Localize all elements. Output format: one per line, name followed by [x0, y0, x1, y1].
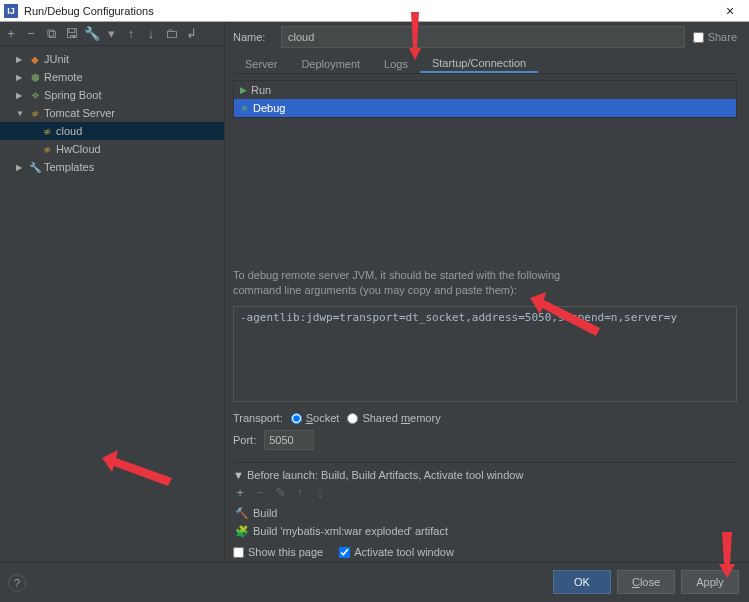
command-arguments-box[interactable]: -agentlib:jdwp=transport=dt_socket,addre… [233, 306, 737, 402]
bug-icon: ☀ [240, 103, 249, 114]
activate-tool-window-checkbox[interactable]: Activate tool window [339, 546, 454, 558]
before-remove-button[interactable]: − [253, 485, 267, 500]
save-button[interactable]: 🖫 [64, 26, 78, 41]
remove-button[interactable]: − [24, 26, 38, 41]
play-icon: ▶ [240, 85, 247, 95]
main-panel: Name: Share Server Deployment Logs Start… [225, 22, 749, 562]
close-icon[interactable]: × [715, 3, 745, 19]
add-button[interactable]: + [4, 26, 18, 41]
close-button[interactable]: Close [617, 570, 675, 594]
tree-hwcloud[interactable]: ≉HwCloud [0, 140, 224, 158]
window-title: Run/Debug Configurations [24, 5, 715, 17]
tree-templates[interactable]: ▶🔧Templates [0, 158, 224, 176]
show-this-page-checkbox[interactable]: Show this page [233, 546, 323, 558]
tree-spring-boot[interactable]: ▶❖Spring Boot [0, 86, 224, 104]
before-add-button[interactable]: + [233, 485, 247, 500]
copy-button[interactable]: ⧉ [44, 26, 58, 42]
wrench-icon[interactable]: 🔧 [84, 26, 98, 41]
radio-shared-memory[interactable]: Shared memory [347, 412, 440, 424]
share-checkbox[interactable]: Share [693, 31, 737, 43]
tree-tomcat[interactable]: ▼≉Tomcat Server [0, 104, 224, 122]
radio-socket[interactable]: Socket [291, 412, 340, 424]
port-label: Port: [233, 434, 256, 446]
tree-remote[interactable]: ▶⬢Remote [0, 68, 224, 86]
tabs: Server Deployment Logs Startup/Connectio… [233, 54, 737, 74]
tab-logs[interactable]: Logs [372, 54, 420, 73]
before-down-button[interactable]: ↓ [313, 485, 327, 500]
before-launch: ▼ Before launch: Build, Build Artifacts,… [233, 462, 737, 558]
before-launch-header[interactable]: ▼ Before launch: Build, Build Artifacts,… [233, 469, 737, 481]
name-label: Name: [233, 31, 273, 43]
sidebar: + − ⧉ 🖫 🔧 ▾ ↑ ↓ 🗀 ↲ ▶◆JUnit ▶⬢Remote ▶❖S… [0, 22, 225, 562]
tree-junit[interactable]: ▶◆JUnit [0, 50, 224, 68]
titlebar: IJ Run/Debug Configurations × [0, 0, 749, 22]
hammer-icon: 🔨 [235, 507, 249, 520]
down-arrow-icon[interactable]: ▾ [104, 26, 118, 41]
task-list: 🔨Build 🧩Build 'mybatis-xml:war exploded'… [233, 504, 737, 540]
down-button[interactable]: ↓ [144, 26, 158, 41]
config-tree: ▶◆JUnit ▶⬢Remote ▶❖Spring Boot ▼≉Tomcat … [0, 46, 224, 562]
artifact-icon: 🧩 [235, 525, 249, 538]
before-launch-toolbar: + − ✎ ↑ ↓ [233, 485, 737, 500]
folder-icon[interactable]: 🗀 [164, 26, 178, 41]
collapse-icon[interactable]: ↲ [184, 26, 198, 41]
tab-deployment[interactable]: Deployment [289, 54, 372, 73]
port-row: Port: [233, 430, 737, 450]
before-edit-button[interactable]: ✎ [273, 485, 287, 500]
before-up-button[interactable]: ↑ [293, 485, 307, 500]
task-build[interactable]: 🔨Build [233, 504, 737, 522]
dialog-footer: OK Close Apply [0, 562, 749, 600]
transport-label: Transport: [233, 412, 283, 424]
mode-debug[interactable]: ☀Debug [234, 99, 736, 117]
name-input[interactable] [281, 26, 685, 48]
app-icon: IJ [4, 4, 18, 18]
ok-button[interactable]: OK [553, 570, 611, 594]
task-build-artifact[interactable]: 🧩Build 'mybatis-xml:war exploded' artifa… [233, 522, 737, 540]
tree-cloud[interactable]: ≉cloud [0, 122, 224, 140]
port-input[interactable] [264, 430, 314, 450]
sidebar-toolbar: + − ⧉ 🖫 🔧 ▾ ↑ ↓ 🗀 ↲ [0, 22, 224, 46]
tab-startup-connection[interactable]: Startup/Connection [420, 54, 538, 73]
help-button[interactable]: ? [8, 574, 26, 592]
up-button[interactable]: ↑ [124, 26, 138, 41]
transport-row: Transport: Socket Shared memory [233, 412, 737, 424]
apply-button[interactable]: Apply [681, 570, 739, 594]
run-mode-list: ▶Run ☀Debug [233, 80, 737, 118]
debug-hint: To debug remote server JVM, it should be… [233, 268, 737, 298]
mode-run[interactable]: ▶Run [234, 81, 736, 99]
tab-server[interactable]: Server [233, 54, 289, 73]
